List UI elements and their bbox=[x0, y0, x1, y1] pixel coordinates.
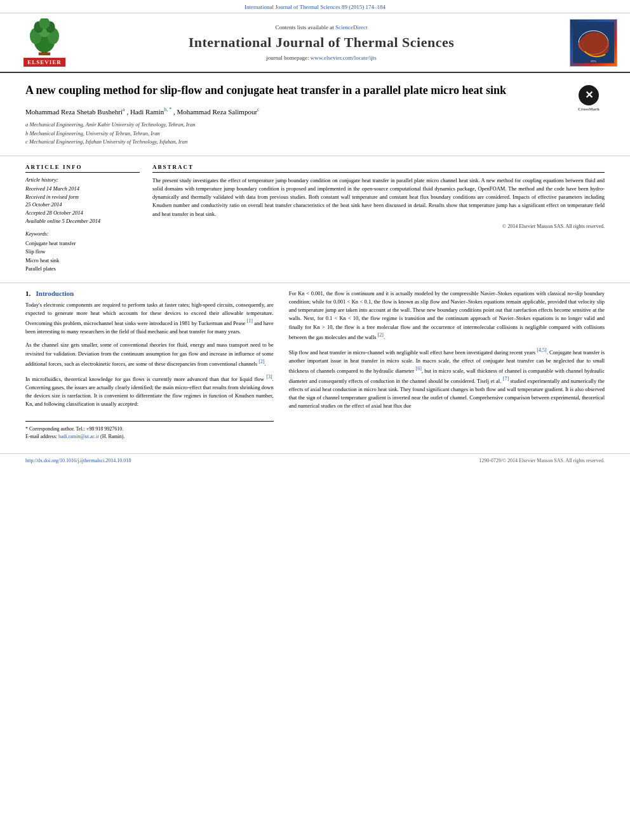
author3-name: , Mohammad Reza Salimpour bbox=[173, 108, 257, 116]
journal-center: Contents lists available at ScienceDirec… bbox=[76, 24, 566, 61]
author2-sup: b, * bbox=[164, 107, 171, 112]
svg-text:IJTS: IJTS bbox=[591, 60, 596, 63]
footnote-email: E-mail address: hadi.ramin@ut.ac.ir (H. … bbox=[25, 433, 274, 441]
article-info-panel: ARTICLE INFO Article history: Received 1… bbox=[25, 164, 140, 274]
svg-rect-8 bbox=[39, 53, 50, 56]
journal-cover-image: IJTS bbox=[570, 19, 617, 67]
intro-para3: In microfluidics, theoretical knowledge … bbox=[25, 373, 274, 409]
keyword-3: Micro heat sink bbox=[25, 257, 140, 265]
right-para1: For Kn < 0.001, the flow is continuum an… bbox=[289, 290, 605, 342]
paper-title-section: A new coupling method for slip-flow and … bbox=[0, 73, 630, 156]
abstract-panel: ABSTRACT The present study investigates … bbox=[152, 164, 605, 274]
received-date: Received 14 March 2014 bbox=[25, 185, 140, 193]
affil-c: c Mechanical Engineering, Isfahan Univer… bbox=[25, 138, 605, 147]
journal-cover-icon: IJTS bbox=[573, 20, 614, 65]
footnote-corresponding: * Corresponding author. Tel.: +98 918 99… bbox=[25, 425, 274, 433]
author2-name: , Hadi Ramin bbox=[126, 108, 164, 116]
journal-homepage-link[interactable]: www.elsevier.com/locate/ijts bbox=[311, 55, 377, 61]
elsevier-logo-area: ELSEVIER bbox=[13, 18, 76, 67]
author1-name: Mohammad Reza Shetab Bushehri bbox=[25, 108, 123, 116]
intro-para1: Today's electronic components are requir… bbox=[25, 301, 274, 337]
footnote-area: * Corresponding author. Tel.: +98 918 99… bbox=[25, 421, 274, 441]
keyword-2: Slip flow bbox=[25, 248, 140, 257]
ref1-link[interactable]: [1] bbox=[247, 318, 253, 324]
left-column: 1. Introduction Today's electronic compo… bbox=[25, 290, 274, 441]
author1-sup: a bbox=[123, 107, 125, 112]
article-history: Article history: Received 14 March 2014 … bbox=[25, 177, 140, 225]
ref45-link[interactable]: [4,5] bbox=[537, 347, 546, 353]
main-content: 1. Introduction Today's electronic compo… bbox=[0, 283, 630, 453]
accepted-date: Accepted 28 October 2014 bbox=[25, 209, 140, 217]
copyright-line: © 2014 Elsevier Masson SAS. All rights r… bbox=[152, 223, 605, 229]
bottom-bar: http://dx.doi.org/10.1016/j.ijthermalsci… bbox=[0, 453, 630, 467]
ref6-link[interactable]: [6] bbox=[416, 366, 422, 371]
ref2-link[interactable]: [2] bbox=[258, 359, 264, 364]
journal-title: International Journal of Thermal Science… bbox=[76, 34, 566, 51]
journal-citation-text: International Journal of Thermal Science… bbox=[245, 4, 385, 10]
elsevier-tree-icon bbox=[22, 18, 67, 57]
keyword-4: Parallel plates bbox=[25, 265, 140, 274]
right-para2: Slip flow and heat transfer in micro-cha… bbox=[289, 347, 605, 411]
right-column: For Kn < 0.001, the flow is continuum an… bbox=[289, 290, 605, 441]
intro-section-number: 1. bbox=[25, 290, 30, 297]
article-info-abstract-section: ARTICLE INFO Article history: Received 1… bbox=[0, 156, 630, 283]
paper-title: A new coupling method for slip-flow and … bbox=[25, 83, 605, 98]
abstract-title: ABSTRACT bbox=[152, 164, 605, 173]
keywords-section: Keywords: Conjugate heat transfer Slip f… bbox=[25, 230, 140, 274]
doi-link[interactable]: http://dx.doi.org/10.1016/j.ijthermalsci… bbox=[25, 458, 131, 463]
intro-para2: As the channel size gets smaller, some o… bbox=[25, 341, 274, 368]
available-date: Available online 5 December 2014 bbox=[25, 217, 140, 225]
crossmark-symbol: ✕ bbox=[585, 89, 593, 102]
ref3-link[interactable]: [3] bbox=[266, 374, 272, 380]
intro-section-title: 1. Introduction bbox=[25, 290, 274, 297]
history-label: Article history: bbox=[25, 177, 140, 183]
right-logo-area: IJTS bbox=[566, 19, 617, 67]
author3-sup: c bbox=[257, 107, 260, 112]
journal-citation-bar: International Journal of Thermal Science… bbox=[0, 0, 630, 13]
article-info-title: ARTICLE INFO bbox=[25, 164, 140, 173]
sciencedirect-link[interactable]: ScienceDirect bbox=[335, 24, 367, 30]
revised-date: 25 October 2014 bbox=[25, 201, 140, 209]
elsevier-label: ELSEVIER bbox=[23, 58, 65, 67]
email-link[interactable]: hadi.ramin@ut.ac.ir bbox=[58, 434, 99, 439]
affil-b: b Mechanical Engineering, University of … bbox=[25, 130, 605, 138]
ref2b-link[interactable]: [2] bbox=[378, 332, 384, 338]
keywords-label: Keywords: bbox=[25, 230, 140, 237]
crossmark-text: CrossMark bbox=[578, 107, 600, 112]
journal-header: ELSEVIER Contents lists available at Sci… bbox=[0, 13, 630, 73]
affiliations: a Mechanical Engineering, Amir Kabir Uni… bbox=[25, 121, 605, 147]
journal-homepage-line: journal homepage: www.elsevier.com/locat… bbox=[76, 55, 566, 61]
elsevier-branding: ELSEVIER bbox=[13, 18, 76, 67]
crossmark-circle: ✕ bbox=[579, 85, 599, 105]
received-revised-label: Received in revised form bbox=[25, 193, 140, 201]
intro-section-link[interactable]: Introduction bbox=[36, 290, 74, 297]
abstract-text: The present study investigates the effec… bbox=[152, 177, 605, 218]
authors-line: Mohammad Reza Shetab Bushehria , Hadi Ra… bbox=[25, 107, 605, 116]
contents-link-line: Contents lists available at ScienceDirec… bbox=[76, 24, 566, 30]
keyword-1: Conjugate heat transfer bbox=[25, 239, 140, 248]
issn-text: 1290-0729/© 2014 Elsevier Masson SAS. Al… bbox=[479, 458, 605, 463]
crossmark-badge: ✕ CrossMark bbox=[573, 83, 605, 115]
ref7-link[interactable]: [7] bbox=[503, 376, 509, 382]
affil-a: a Mechanical Engineering, Amir Kabir Uni… bbox=[25, 121, 605, 130]
